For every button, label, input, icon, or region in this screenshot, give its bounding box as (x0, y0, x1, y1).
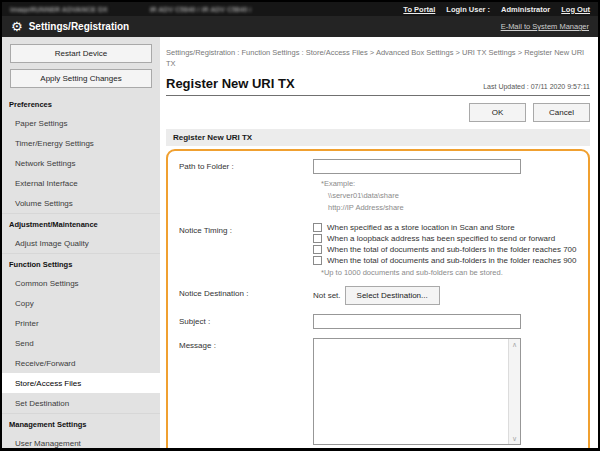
breadcrumb: Settings/Registration : Function Setting… (166, 47, 590, 70)
title-row: Register New URI TX Last Updated : 07/11… (166, 76, 590, 96)
notice-destination-value: Not set. (313, 291, 341, 300)
ok-button[interactable]: OK (469, 103, 526, 122)
path-example: *Example: \\server01\data\share http://I… (321, 178, 578, 214)
register-uri-tx-form: Path to Folder : *Example: \\server01\da… (166, 149, 590, 451)
action-buttons: OK Cancel (166, 103, 590, 122)
example-line-unc: \\server01\data\share (328, 190, 578, 202)
email-to-system-manager-link[interactable]: E-Mail to System Manager (501, 22, 589, 31)
sidebar-item-paper-settings[interactable]: Paper Settings (2, 113, 160, 133)
remote-ui-window: imageRUNNER ADVANCE DX iR ADV C5840 / iR… (0, 0, 600, 451)
sidebar-item-volume-settings[interactable]: Volume Settings (2, 193, 160, 213)
example-line-http: http://IP Address/share (328, 202, 578, 214)
cancel-button[interactable]: Cancel (533, 103, 590, 122)
sidebar-item-network-settings[interactable]: Network Settings (2, 153, 160, 173)
sidebar-section-function-settings: Function Settings (2, 253, 160, 273)
sidebar-item-timer-energy-settings[interactable]: Timer/Energy Settings (2, 133, 160, 153)
subject-label: Subject : (179, 314, 313, 329)
path-to-folder-input[interactable] (313, 159, 521, 174)
notice-timing-option-2[interactable]: When a loopback address has been specifi… (313, 234, 578, 243)
top-bar-links: To Portal Login User : Administrator Log… (403, 5, 590, 14)
checkbox-reaches-900[interactable] (313, 256, 322, 265)
sidebar-item-send[interactable]: Send (2, 333, 160, 353)
page-title: Register New URI TX (166, 76, 295, 91)
restart-device-button[interactable]: Restart Device (10, 44, 152, 63)
sidebar-section-preferences: Preferences (2, 94, 160, 113)
apply-setting-changes-button[interactable]: Apply Setting Changes (10, 69, 152, 88)
sidebar-section-adjustment-maintenance: Adjustment/Maintenance (2, 213, 160, 233)
scroll-up-icon[interactable]: ∧ (512, 341, 517, 348)
notice-timing-option-4[interactable]: When the total of documents and sub-fold… (313, 256, 578, 265)
sidebar-item-adjust-image-quality[interactable]: Adjust Image Quality (2, 233, 160, 253)
login-user-label: Login User : (446, 5, 490, 14)
sidebar-item-user-management[interactable]: User Management (2, 433, 160, 448)
checkbox-label: When the total of documents and sub-fold… (327, 256, 576, 265)
sidebar: Restart Device Apply Setting Changes Pre… (2, 37, 160, 448)
subject-row: Subject : (179, 314, 578, 329)
select-destination-button[interactable]: Select Destination... (345, 286, 440, 305)
sidebar-item-printer[interactable]: Printer (2, 313, 160, 333)
notice-timing-label: Notice Timing : (179, 223, 313, 277)
message-row: Message : ∧ ∨ (179, 338, 578, 445)
device-names: imageRUNNER ADVANCE DX iR ADV C5840 / iR… (10, 6, 251, 13)
checkbox-label: When a loopback address has been specifi… (327, 234, 555, 243)
sidebar-item-store-access-files[interactable]: Store/Access Files (2, 373, 160, 393)
path-to-folder-row: Path to Folder : *Example: \\server01\da… (179, 159, 578, 214)
page-body: Restart Device Apply Setting Changes Pre… (2, 37, 598, 448)
app-title: Settings/Registration (29, 21, 130, 32)
log-out-link[interactable]: Log Out (561, 5, 590, 14)
checkbox-loopback-address[interactable] (313, 234, 322, 243)
sidebar-section-management-settings: Management Settings (2, 413, 160, 433)
device-name: imageRUNNER ADVANCE DX (10, 6, 108, 13)
sidebar-item-receive-forward[interactable]: Receive/Forward (2, 353, 160, 373)
scroll-down-icon[interactable]: ∨ (512, 435, 517, 442)
notice-timing-option-3[interactable]: When the total of documents and sub-fold… (313, 245, 578, 254)
device-model: iR ADV C5840 / iR ADV C5840 / (150, 6, 252, 13)
notice-destination-row: Notice Destination : Not set. Select Des… (179, 286, 578, 305)
app-bar: ⚙ Settings/Registration E-Mail to System… (2, 16, 598, 37)
checkbox-label: When the total of documents and sub-fold… (327, 245, 576, 254)
top-bar: imageRUNNER ADVANCE DX iR ADV C5840 / iR… (2, 2, 598, 16)
main-content: Settings/Registration : Function Setting… (160, 37, 598, 448)
checkbox-reaches-700[interactable] (313, 245, 322, 254)
message-label: Message : (179, 338, 313, 445)
sidebar-item-set-destination[interactable]: Set Destination (2, 393, 160, 413)
last-updated: Last Updated : 07/11 2020 9:57:11 (483, 83, 590, 91)
notice-timing-option-1[interactable]: When specified as a store location in Sc… (313, 223, 578, 232)
message-textarea[interactable] (314, 339, 508, 444)
sidebar-item-common-settings[interactable]: Common Settings (2, 273, 160, 293)
gear-icon: ⚙ (11, 20, 23, 33)
notice-destination-label: Notice Destination : (179, 286, 313, 305)
storage-limit-note: *Up to 1000 documents and sub-folders ca… (321, 268, 578, 277)
sidebar-item-copy[interactable]: Copy (2, 293, 160, 313)
subject-input[interactable] (313, 314, 521, 329)
path-to-folder-label: Path to Folder : (179, 159, 313, 214)
login-user-value: Administrator (501, 5, 550, 14)
example-title: *Example: (321, 178, 578, 190)
checkbox-scan-and-store[interactable] (313, 223, 322, 232)
form-section-header: Register New URI TX (166, 129, 590, 146)
checkbox-label: When specified as a store location in Sc… (327, 223, 515, 232)
sidebar-item-external-interface[interactable]: External Interface (2, 173, 160, 193)
message-textarea-frame: ∧ ∨ (313, 338, 521, 445)
to-portal-link[interactable]: To Portal (403, 5, 435, 14)
message-scrollbar[interactable]: ∧ ∨ (508, 339, 520, 444)
notice-timing-row: Notice Timing : When specified as a stor… (179, 223, 578, 277)
